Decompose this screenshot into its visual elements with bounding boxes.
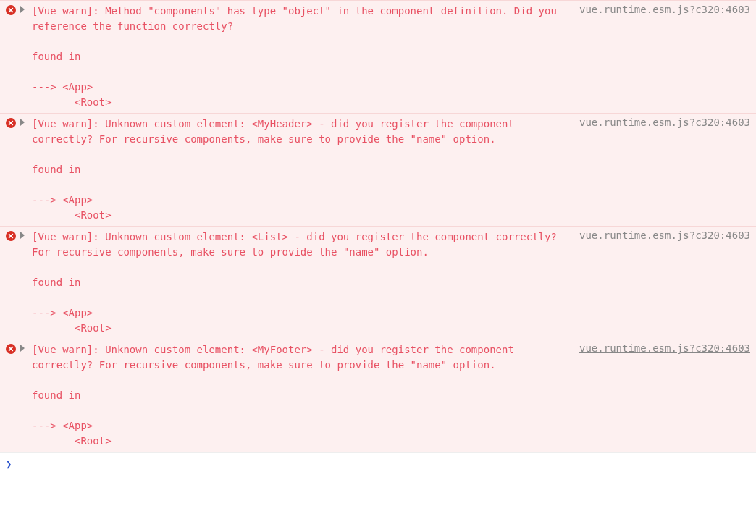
- source-link[interactable]: vue.runtime.esm.js?c320:4603: [574, 342, 750, 354]
- error-message: [Vue warn]: Unknown custom element: <MyH…: [32, 117, 569, 223]
- error-icon: [6, 117, 16, 128]
- console-error-entry[interactable]: [Vue warn]: Method "components" has type…: [0, 0, 756, 114]
- expand-arrow-icon[interactable]: [20, 4, 28, 13]
- console-panel: [Vue warn]: Method "components" has type…: [0, 0, 756, 475]
- expand-arrow-icon[interactable]: [20, 117, 28, 126]
- expand-arrow-icon[interactable]: [20, 229, 28, 239]
- error-message: [Vue warn]: Method "components" has type…: [32, 4, 569, 110]
- source-link[interactable]: vue.runtime.esm.js?c320:4603: [574, 117, 750, 128]
- error-message: [Vue warn]: Unknown custom element: <MyF…: [32, 342, 569, 449]
- console-error-entry[interactable]: [Vue warn]: Unknown custom element: <Lis…: [0, 226, 756, 339]
- source-link[interactable]: vue.runtime.esm.js?c320:4603: [574, 229, 750, 241]
- console-error-entry[interactable]: [Vue warn]: Unknown custom element: <MyH…: [0, 113, 756, 227]
- source-link[interactable]: vue.runtime.esm.js?c320:4603: [574, 4, 750, 15]
- error-message: [Vue warn]: Unknown custom element: <Lis…: [32, 229, 569, 336]
- prompt-chevron-icon: ❯: [6, 458, 12, 470]
- console-prompt[interactable]: ❯: [0, 452, 756, 475]
- error-icon: [6, 229, 16, 241]
- expand-arrow-icon[interactable]: [20, 342, 28, 352]
- error-icon: [6, 4, 16, 15]
- console-input[interactable]: [16, 457, 750, 470]
- error-icon: [6, 342, 16, 354]
- console-error-entry[interactable]: [Vue warn]: Unknown custom element: <MyF…: [0, 339, 756, 452]
